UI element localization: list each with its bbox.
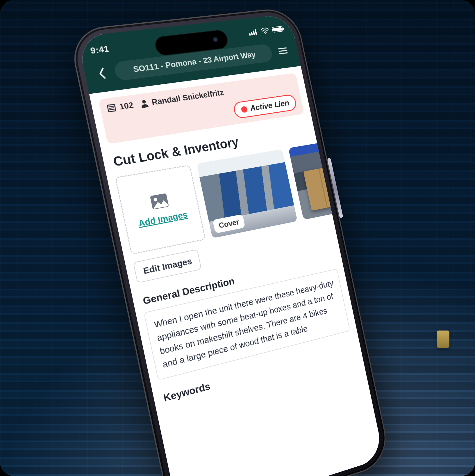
cover-badge: Cover bbox=[212, 214, 245, 234]
svg-rect-11 bbox=[107, 104, 116, 112]
svg-line-9 bbox=[279, 51, 287, 51]
background-scene: 9:41 bbox=[0, 0, 475, 476]
add-images-link: Add Images bbox=[138, 209, 188, 229]
menu-icon bbox=[278, 47, 288, 55]
svg-rect-7 bbox=[283, 28, 284, 30]
svg-rect-0 bbox=[249, 33, 251, 36]
tenant-name: Randall Snickelfritz bbox=[151, 88, 225, 107]
battery-icon bbox=[272, 26, 285, 33]
cell-signal-icon bbox=[248, 29, 258, 35]
svg-rect-6 bbox=[273, 27, 282, 32]
page-title: SO111 - Pomona - 23 Airport Way bbox=[133, 50, 256, 74]
status-dot-icon bbox=[241, 106, 248, 113]
unit-number-chunk: 102 bbox=[106, 100, 134, 113]
lien-label: Active Lien bbox=[249, 99, 290, 113]
storage-unit-icon bbox=[106, 103, 117, 113]
svg-rect-3 bbox=[255, 29, 257, 35]
svg-rect-2 bbox=[253, 31, 255, 35]
svg-point-15 bbox=[142, 100, 146, 104]
app-root: 9:41 bbox=[77, 14, 384, 476]
svg-rect-1 bbox=[251, 32, 253, 35]
svg-rect-16 bbox=[150, 193, 169, 209]
menu-button[interactable] bbox=[276, 44, 290, 58]
svg-point-17 bbox=[153, 198, 158, 202]
tenant-chunk: Randall Snickelfritz bbox=[139, 88, 225, 109]
lien-status-pill: Active Lien bbox=[232, 94, 297, 119]
status-icons bbox=[248, 26, 285, 36]
content-area: Cut Lock & Inventory Add Images bbox=[100, 113, 384, 476]
description-box[interactable]: When I open the unit there were these he… bbox=[144, 269, 350, 380]
phone-mockup: 9:41 bbox=[67, 7, 392, 476]
chevron-left-icon bbox=[97, 67, 107, 80]
phone-stage: 9:41 bbox=[70, 0, 405, 476]
back-button[interactable] bbox=[94, 66, 110, 81]
unit-number: 102 bbox=[119, 100, 134, 112]
svg-line-12 bbox=[108, 106, 114, 107]
person-icon bbox=[139, 99, 149, 109]
image-thumbnail-1[interactable]: Cover bbox=[197, 149, 297, 238]
page-title-pill[interactable]: SO111 - Pomona - 23 Airport Way bbox=[113, 44, 274, 81]
image-icon bbox=[149, 193, 169, 210]
svg-line-14 bbox=[109, 109, 115, 110]
image-row: Add Images Cover bbox=[115, 145, 326, 255]
svg-line-8 bbox=[278, 48, 286, 49]
edit-images-label: Edit Images bbox=[142, 256, 193, 276]
decorative-padlock bbox=[437, 331, 449, 348]
phone-screen: 9:41 bbox=[77, 14, 384, 476]
svg-point-4 bbox=[265, 33, 266, 34]
edit-images-button[interactable]: Edit Images bbox=[133, 249, 202, 283]
wifi-icon bbox=[260, 27, 270, 34]
status-time: 9:41 bbox=[90, 44, 110, 56]
svg-line-10 bbox=[280, 53, 287, 54]
